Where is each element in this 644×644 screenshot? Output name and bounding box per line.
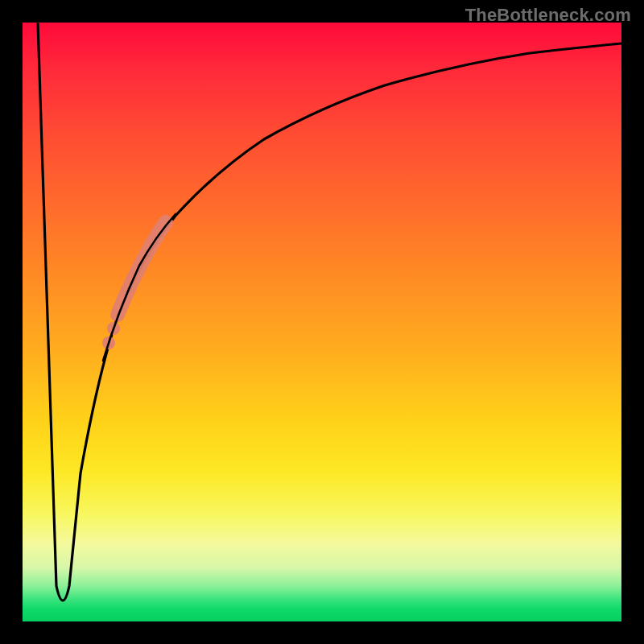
chart-frame: TheBottleneck.com [0, 0, 644, 644]
bottleneck-curve-top [103, 214, 175, 361]
highlight-dot-2 [102, 336, 115, 349]
watermark-text: TheBottleneck.com [465, 5, 631, 26]
highlight-segment [118, 222, 166, 315]
plot-area [23, 23, 621, 621]
highlight-dot-1 [107, 322, 120, 335]
bottleneck-curve [38, 23, 621, 601]
curve-layer [23, 23, 621, 621]
